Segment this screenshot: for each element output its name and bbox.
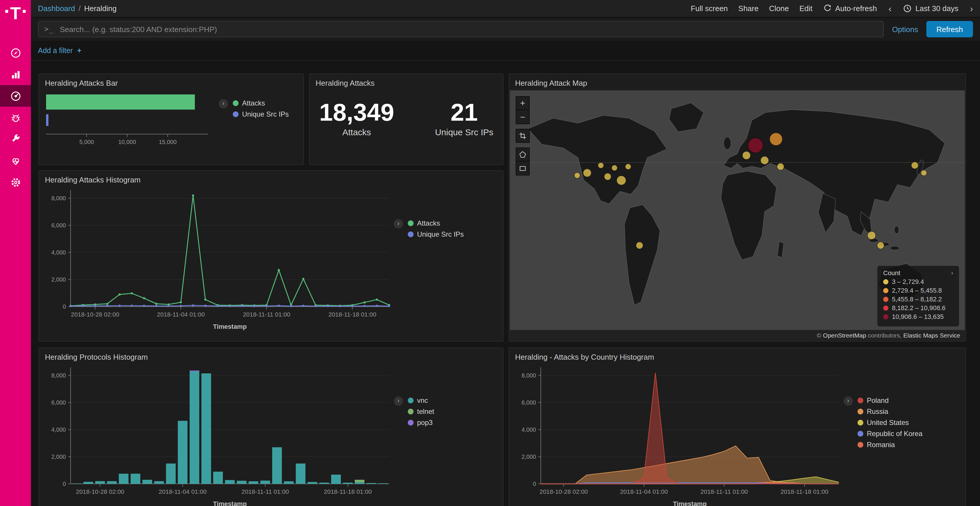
line-series[interactable] bbox=[71, 195, 389, 306]
sidebar-item-attack-bugs[interactable] bbox=[0, 107, 31, 128]
map-marker[interactable] bbox=[748, 138, 763, 153]
map-marker[interactable] bbox=[574, 173, 580, 178]
map-marker[interactable] bbox=[760, 156, 769, 164]
options-link[interactable]: Options bbox=[892, 25, 918, 33]
legend-item[interactable]: United States bbox=[858, 419, 923, 427]
legend-item[interactable]: Attacks bbox=[408, 219, 464, 227]
bar-segment[interactable] bbox=[189, 371, 199, 484]
map-marker[interactable] bbox=[617, 176, 626, 185]
bar-segment[interactable] bbox=[331, 474, 340, 484]
bar-segment[interactable] bbox=[308, 482, 317, 484]
bar-segment[interactable] bbox=[355, 482, 364, 484]
map-marker[interactable] bbox=[921, 170, 927, 176]
bar-segment[interactable] bbox=[378, 483, 388, 484]
auto-refresh-button[interactable]: Auto-refresh bbox=[823, 4, 877, 13]
map-marker[interactable] bbox=[612, 165, 617, 171]
fit-bounds-button[interactable] bbox=[515, 129, 530, 143]
legend-item[interactable]: Republic of Korea bbox=[858, 430, 923, 438]
legend-item[interactable]: Russia bbox=[858, 408, 923, 416]
map-marker[interactable] bbox=[625, 164, 631, 170]
bar-segment[interactable] bbox=[343, 483, 353, 484]
legend-item[interactable]: telnet bbox=[408, 408, 434, 416]
bar-segment[interactable] bbox=[261, 481, 270, 484]
bar-segment[interactable] bbox=[355, 480, 364, 482]
legend-item[interactable]: 8,182.2 – 10,908.6 bbox=[883, 304, 953, 311]
bar-segment[interactable] bbox=[296, 463, 305, 484]
legend-item[interactable]: Romania bbox=[858, 441, 923, 449]
map-marker[interactable] bbox=[877, 242, 884, 249]
openstreetmap-link[interactable]: OpenStreetMap bbox=[823, 332, 866, 339]
legend-toggle-icon[interactable]: › bbox=[219, 99, 228, 108]
edit-button[interactable]: Edit bbox=[799, 4, 813, 13]
bar-segment[interactable] bbox=[72, 484, 81, 484]
legend-item[interactable]: Unique Src IPs bbox=[408, 230, 464, 238]
legend-toggle-icon[interactable]: › bbox=[843, 397, 853, 406]
map-marker[interactable] bbox=[911, 162, 918, 169]
zoom-out-button[interactable]: − bbox=[515, 110, 530, 124]
telekom-logo[interactable]: T bbox=[0, 0, 31, 33]
map-marker[interactable] bbox=[583, 169, 591, 177]
add-filter-link[interactable]: Add a filter + bbox=[38, 46, 81, 54]
draw-rectangle-button[interactable] bbox=[515, 162, 530, 176]
legend-item[interactable]: pop3 bbox=[408, 419, 434, 427]
sidebar-item-discover[interactable] bbox=[0, 42, 31, 63]
bar-segment[interactable] bbox=[142, 480, 152, 484]
legend-item[interactable]: 2,729.4 – 5,455.8 bbox=[883, 287, 953, 294]
sidebar-item-visualize[interactable] bbox=[0, 63, 31, 85]
bar-segment[interactable] bbox=[202, 373, 211, 484]
map-marker[interactable] bbox=[742, 151, 751, 159]
bar-segment[interactable] bbox=[213, 472, 223, 484]
bar-segment[interactable] bbox=[248, 481, 258, 484]
time-forward-chevron[interactable]: › bbox=[969, 3, 974, 13]
search-input[interactable] bbox=[59, 24, 877, 34]
bar-segment[interactable] bbox=[178, 421, 188, 484]
bar-segment[interactable] bbox=[367, 483, 376, 484]
protocols-bar-chart[interactable]: 02,0004,0006,0008,0002018-10-28 02:00201… bbox=[44, 364, 394, 506]
zoom-in-button[interactable]: + bbox=[515, 96, 530, 110]
legend-item[interactable]: Unique Src IPs bbox=[233, 110, 289, 118]
sidebar-item-tools[interactable] bbox=[0, 128, 31, 150]
area-series[interactable] bbox=[541, 446, 839, 484]
time-back-chevron[interactable]: ‹ bbox=[888, 3, 893, 13]
bar-segment[interactable] bbox=[154, 481, 164, 484]
world-map[interactable]: + − bbox=[510, 90, 965, 341]
bar-segment[interactable] bbox=[119, 474, 128, 484]
draw-polygon-button[interactable] bbox=[515, 148, 530, 162]
bar-segment[interactable] bbox=[320, 483, 329, 484]
map-marker[interactable] bbox=[770, 133, 783, 146]
map-marker[interactable] bbox=[604, 173, 611, 180]
legend-toggle-icon[interactable]: › bbox=[394, 397, 403, 406]
bar-segment[interactable] bbox=[83, 482, 93, 484]
sidebar-item-health[interactable] bbox=[0, 150, 31, 171]
bar-segment[interactable] bbox=[225, 480, 234, 484]
map-marker[interactable] bbox=[636, 242, 643, 249]
elastic-maps-service-link[interactable]: Elastic Maps Service bbox=[903, 332, 960, 339]
map-marker[interactable] bbox=[867, 232, 876, 240]
time-range-picker[interactable]: Last 30 days bbox=[903, 4, 958, 13]
map-marker[interactable] bbox=[777, 163, 784, 170]
legend-item[interactable]: 10,908.6 – 13,635 bbox=[883, 313, 953, 320]
map-marker[interactable] bbox=[598, 162, 604, 168]
bar-segment[interactable] bbox=[284, 481, 294, 484]
bar-segment[interactable] bbox=[130, 474, 140, 484]
hbar-Attacks[interactable] bbox=[46, 94, 195, 109]
bar-segment[interactable] bbox=[272, 447, 282, 484]
bar-segment[interactable] bbox=[189, 370, 199, 371]
bar-segment[interactable] bbox=[237, 481, 247, 484]
sidebar-item-dashboard[interactable] bbox=[0, 85, 31, 107]
legend-item[interactable]: 3 – 2,729.4 bbox=[883, 278, 953, 285]
search-input-wrap[interactable]: >_ bbox=[38, 21, 884, 37]
country-area-chart[interactable]: 02,0004,0006,0008,0002018-10-28 02:00201… bbox=[514, 364, 843, 506]
hbar-Unique Src IPs[interactable] bbox=[46, 114, 48, 126]
bar-segment[interactable] bbox=[107, 481, 117, 484]
sidebar-item-settings[interactable] bbox=[0, 171, 31, 193]
legend-item[interactable]: vnc bbox=[408, 397, 434, 404]
legend-toggle-icon[interactable]: › bbox=[394, 219, 403, 228]
legend-collapse-icon[interactable]: › bbox=[951, 269, 953, 276]
legend-item[interactable]: Attacks bbox=[233, 99, 289, 107]
attacks-line-chart[interactable]: 02,0004,0006,0008,0002018-10-28 02:00201… bbox=[44, 187, 394, 332]
share-button[interactable]: Share bbox=[738, 4, 758, 13]
clone-button[interactable]: Clone bbox=[769, 4, 789, 13]
full-screen-button[interactable]: Full screen bbox=[690, 4, 728, 13]
bar-segment[interactable] bbox=[95, 481, 105, 484]
